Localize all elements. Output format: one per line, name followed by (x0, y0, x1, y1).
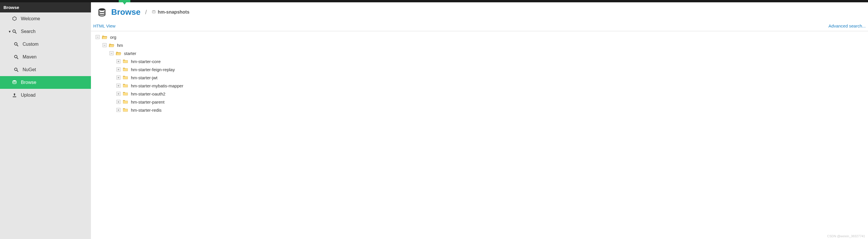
search-icon (13, 67, 19, 73)
tree-node-label: hm-starter-mybatis-mapper (131, 83, 183, 88)
tree-node[interactable]: −hm (92, 41, 867, 49)
database-icon (97, 7, 106, 17)
tree-node-label: hm-starter-redis (131, 108, 162, 112)
database-icon (11, 79, 18, 86)
tree-node[interactable]: +hm-starter-redis (92, 106, 867, 114)
svg-point-4 (14, 55, 17, 58)
tree-node[interactable]: +hm-starter-mybatis-mapper (92, 81, 867, 90)
search-icon (13, 54, 19, 60)
tree-node-label: hm-starter-feign-replay (131, 67, 175, 72)
svg-line-7 (17, 70, 18, 72)
tree-node-label: hm-starter-core (131, 59, 161, 64)
content-header: Browse / hm-snapshots (91, 2, 868, 21)
folder-open-icon (109, 43, 114, 47)
collapse-icon[interactable]: − (102, 43, 106, 47)
upload-icon (11, 92, 18, 98)
tree-node[interactable]: +hm-starter-jwt (92, 73, 867, 81)
main-panel: Browse / hm-snapshots HTML View Advanced… (91, 2, 868, 239)
sidebar-item-label: NuGet (23, 67, 36, 72)
sidebar-item-label: Search (21, 29, 36, 34)
folder-closed-icon (123, 92, 128, 96)
top-bar-active-indicator (119, 0, 130, 2)
tree-node[interactable]: −org (92, 33, 867, 41)
sidebar-item-maven[interactable]: Maven (0, 50, 91, 63)
svg-point-0 (13, 30, 16, 32)
sidebar: Browse Welcome▼SearchCustomMavenNuGetBro… (0, 2, 91, 239)
folder-open-icon (102, 35, 107, 39)
html-view-link[interactable]: HTML View (93, 24, 116, 28)
database-small-icon (152, 10, 156, 14)
sidebar-item-label: Upload (21, 93, 36, 98)
search-icon (11, 29, 18, 34)
expand-icon[interactable]: + (117, 100, 121, 104)
folder-open-icon (116, 51, 121, 55)
sidebar-item-label: Welcome (21, 16, 40, 22)
advanced-search-link[interactable]: Advanced search... (829, 24, 866, 28)
svg-rect-9 (13, 97, 16, 97)
sidebar-item-custom[interactable]: Custom (0, 38, 91, 50)
tree-node[interactable]: +hm-starter-feign-replay (92, 65, 867, 73)
page-title[interactable]: Browse (111, 7, 141, 17)
svg-point-11 (152, 10, 155, 11)
expand-icon[interactable]: + (117, 59, 121, 63)
sidebar-item-nuget[interactable]: NuGet (0, 63, 91, 76)
breadcrumb-separator: / (145, 9, 147, 15)
watermark: CSDN @weixin_38327741 (827, 234, 865, 238)
collapse-icon[interactable]: − (110, 51, 114, 55)
svg-point-6 (14, 68, 17, 71)
tree-node-label: hm-starter-parent (131, 100, 164, 104)
svg-line-5 (17, 58, 18, 59)
tree-node-label: starter (124, 51, 136, 56)
sidebar-item-search[interactable]: ▼Search (0, 25, 91, 38)
expand-icon[interactable]: + (117, 75, 121, 79)
tree-node[interactable]: +hm-starter-oauth2 (92, 90, 867, 98)
folder-closed-icon (123, 108, 128, 112)
svg-point-10 (99, 8, 105, 11)
folder-closed-icon (123, 59, 128, 63)
tree-node[interactable]: −starter (92, 49, 867, 57)
sidebar-header: Browse (0, 2, 91, 12)
repo-tree: −org−hm−starter+hm-starter-core+hm-start… (91, 31, 868, 116)
folder-closed-icon (123, 75, 128, 79)
tree-node-label: hm-starter-jwt (131, 75, 158, 80)
sidebar-item-browse[interactable]: Browse (0, 76, 91, 89)
sidebar-item-welcome[interactable]: Welcome (0, 12, 91, 25)
tree-node[interactable]: +hm-starter-parent (92, 98, 867, 106)
folder-closed-icon (123, 100, 128, 104)
expand-icon[interactable]: + (117, 92, 121, 96)
search-icon (13, 41, 19, 47)
tree-node-label: org (110, 35, 117, 40)
sidebar-item-label: Browse (21, 80, 36, 85)
sidebar-item-label: Custom (23, 42, 38, 47)
svg-point-8 (13, 80, 16, 82)
top-bar (0, 0, 868, 2)
svg-line-3 (17, 45, 18, 46)
svg-line-1 (15, 32, 17, 34)
sidebar-item-upload[interactable]: Upload (0, 89, 91, 102)
tree-node-label: hm (117, 43, 123, 48)
folder-closed-icon (123, 83, 128, 88)
expand-icon[interactable]: + (117, 67, 121, 71)
sidebar-item-label: Maven (23, 55, 36, 60)
breadcrumb-repo[interactable]: hm-snapshots (152, 9, 189, 15)
folder-closed-icon (123, 67, 128, 71)
collapse-icon[interactable]: − (96, 35, 100, 39)
breadcrumb-repo-label: hm-snapshots (158, 9, 189, 15)
hexagon-icon (11, 16, 18, 22)
tree-node-label: hm-starter-oauth2 (131, 92, 165, 96)
content-toolbar: HTML View Advanced search... (91, 21, 868, 31)
expand-icon[interactable]: + (117, 108, 121, 112)
tree-node[interactable]: +hm-starter-core (92, 57, 867, 65)
expand-icon[interactable]: + (117, 83, 121, 88)
svg-point-2 (14, 42, 17, 45)
